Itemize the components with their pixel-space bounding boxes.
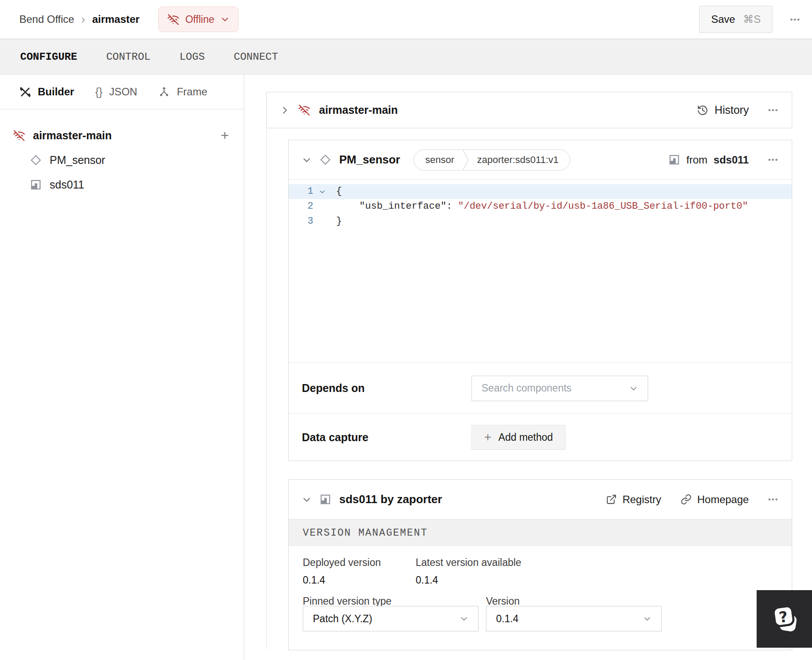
breadcrumb-location-link[interactable]: Bend Office bbox=[19, 13, 74, 25]
tab-connect[interactable]: CONNECT bbox=[234, 51, 278, 63]
tree-item-pm-sensor[interactable]: PM_sensor bbox=[30, 149, 244, 171]
help-button[interactable]: ? bbox=[757, 590, 812, 648]
add-method-label: Add method bbox=[498, 432, 553, 443]
view-builder[interactable]: Builder bbox=[19, 86, 74, 98]
code-line: 3 } bbox=[289, 214, 792, 229]
depends-on-select[interactable]: Search components bbox=[471, 376, 648, 401]
section-title: VERSION MANAGEMENT bbox=[303, 527, 428, 539]
module-card-header: sds011 by zaporter Registry Homepage ••• bbox=[289, 480, 792, 519]
tab-logs[interactable]: LOGS bbox=[179, 51, 205, 63]
braces-icon: {} bbox=[95, 86, 103, 98]
code-line: 1 { bbox=[289, 184, 792, 199]
component-diamond-icon bbox=[319, 154, 331, 166]
machine-status-badge[interactable]: Offline bbox=[158, 7, 239, 32]
latest-version-value: 0.1.4 bbox=[416, 574, 438, 586]
wifi-off-icon bbox=[13, 130, 25, 141]
main-content: airmaster-main History ••• PM_sensor sen… bbox=[244, 75, 812, 660]
homepage-link[interactable]: Homepage bbox=[681, 493, 749, 506]
main-tabbar: CONFIGURE CONTROL LOGS CONNECT bbox=[0, 39, 812, 75]
sds011-module-card: sds011 by zaporter Registry Homepage •••… bbox=[288, 479, 792, 650]
save-shortcut: ⌘S bbox=[743, 13, 761, 25]
view-json[interactable]: {} JSON bbox=[95, 86, 138, 98]
fold-chevron-icon[interactable] bbox=[313, 184, 331, 199]
registry-label: Registry bbox=[623, 493, 661, 506]
component-overflow-menu[interactable]: ••• bbox=[768, 156, 779, 163]
from-prefix: from bbox=[686, 154, 707, 166]
tree-machine-label: airmaster-main bbox=[33, 129, 112, 142]
history-label: History bbox=[714, 104, 749, 116]
component-tree: airmaster-main + PM_sensor sds011 bbox=[0, 109, 244, 196]
machine-part-card: airmaster-main History ••• bbox=[266, 92, 792, 128]
homepage-label: Homepage bbox=[697, 493, 749, 506]
app-screen: Bend Office › airmaster Offline Save ⌘S … bbox=[0, 0, 812, 660]
view-builder-label: Builder bbox=[38, 86, 74, 98]
chevron-right-icon[interactable] bbox=[280, 105, 290, 115]
save-label: Save bbox=[711, 13, 735, 25]
version-management-section-header: VERSION MANAGEMENT bbox=[289, 519, 792, 546]
module-overflow-menu[interactable]: ••• bbox=[768, 496, 779, 503]
chevron-down-icon bbox=[629, 384, 638, 393]
fold-gutter bbox=[313, 214, 331, 229]
nesting-guide-line bbox=[266, 128, 267, 650]
code-key: "usb_interface": bbox=[336, 201, 452, 212]
chevron-down-icon[interactable] bbox=[302, 495, 312, 504]
view-json-label: JSON bbox=[109, 86, 137, 98]
deployed-version-value: 0.1.4 bbox=[303, 574, 325, 586]
code-line: 2 "usb_interface": "/dev/serial/by-id/us… bbox=[289, 199, 792, 214]
chevron-down-icon bbox=[643, 614, 652, 623]
version-management-content: Deployed version Latest version availabl… bbox=[289, 546, 792, 650]
version-value: 0.1.4 bbox=[496, 613, 518, 625]
tree-pm-sensor-label: PM_sensor bbox=[50, 154, 105, 167]
tree-item-machine[interactable]: airmaster-main + bbox=[13, 124, 244, 146]
latest-version-label: Latest version available bbox=[416, 557, 521, 569]
machine-part-title: airmaster-main bbox=[319, 104, 398, 116]
chevron-down-icon bbox=[221, 15, 229, 24]
attributes-json-editor[interactable]: 1 { 2 "usb_interface": "/dev/serial/by-i… bbox=[289, 180, 792, 363]
config-sidebar: Builder {} JSON Frame airmaster-main + P… bbox=[0, 75, 244, 660]
tree-item-sds011[interactable]: sds011 bbox=[30, 174, 244, 196]
tab-control[interactable]: CONTROL bbox=[106, 51, 151, 63]
module-icon bbox=[30, 179, 42, 191]
chevron-down-icon bbox=[460, 614, 468, 623]
from-module-indicator: from sds011 bbox=[668, 154, 749, 166]
component-model: zaporter:sds011:v1 bbox=[469, 154, 570, 166]
line-number: 1 bbox=[289, 184, 313, 199]
deployed-version-label: Deployed version bbox=[303, 557, 381, 569]
breadcrumb-machine-name: airmaster bbox=[92, 13, 140, 25]
app-header: Bend Office › airmaster Offline Save ⌘S … bbox=[0, 0, 812, 39]
wifi-off-icon bbox=[298, 104, 310, 116]
machine-overflow-menu[interactable]: ••• bbox=[768, 106, 779, 114]
fold-gutter bbox=[313, 199, 331, 214]
wifi-off-icon bbox=[167, 14, 179, 25]
frame-axes-icon bbox=[158, 86, 170, 98]
chevron-down-icon[interactable] bbox=[302, 155, 312, 165]
save-button[interactable]: Save ⌘S bbox=[699, 6, 772, 33]
help-question-icon: ? bbox=[767, 602, 801, 636]
add-component-button[interactable]: + bbox=[221, 128, 229, 142]
pinned-version-type-select[interactable]: Patch (X.Y.Z) bbox=[303, 606, 478, 631]
from-module-name: sds011 bbox=[714, 154, 749, 166]
registry-link[interactable]: Registry bbox=[606, 493, 661, 506]
view-frame[interactable]: Frame bbox=[158, 86, 207, 98]
tab-configure[interactable]: CONFIGURE bbox=[20, 51, 77, 63]
header-actions: Save ⌘S ••• bbox=[699, 6, 801, 33]
history-button[interactable]: History bbox=[697, 104, 749, 116]
component-diamond-icon bbox=[30, 154, 42, 166]
tools-icon bbox=[19, 86, 31, 98]
data-capture-label: Data capture bbox=[302, 431, 471, 444]
module-title: sds011 by zaporter bbox=[339, 493, 442, 506]
plus-icon: + bbox=[484, 431, 491, 443]
tree-sds011-label: sds011 bbox=[50, 178, 84, 191]
pm-sensor-card-header: PM_sensor sensor zaporter:sds011:v1 from… bbox=[289, 140, 792, 180]
view-frame-label: Frame bbox=[177, 86, 207, 98]
header-overflow-menu[interactable]: ••• bbox=[790, 16, 801, 23]
component-type: sensor bbox=[414, 154, 462, 166]
external-link-icon bbox=[606, 494, 617, 505]
add-method-button[interactable]: + Add method bbox=[471, 425, 566, 450]
code-text: { bbox=[331, 184, 342, 199]
version-select[interactable]: 0.1.4 bbox=[486, 606, 662, 631]
component-title: PM_sensor bbox=[339, 153, 400, 167]
version-label: Version bbox=[486, 595, 520, 607]
line-number: 3 bbox=[289, 214, 313, 229]
breadcrumb-separator-icon: › bbox=[81, 14, 85, 25]
